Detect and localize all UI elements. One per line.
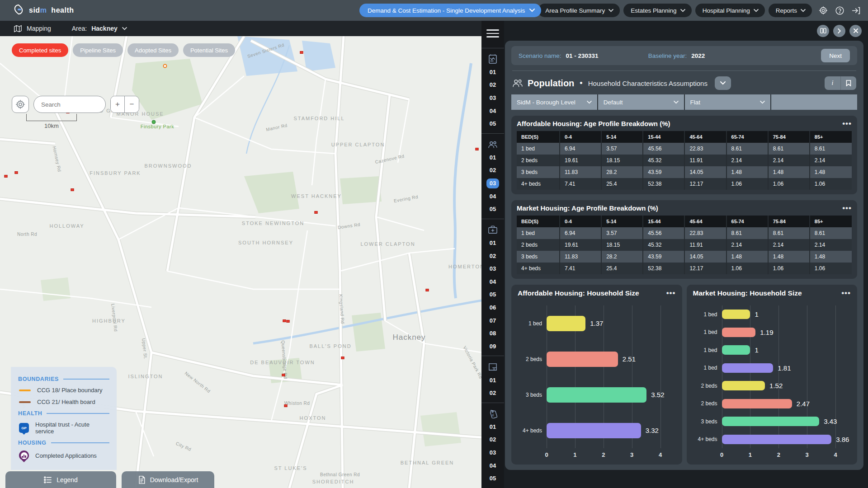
table-value-cell[interactable]: 2.14 [727,239,769,251]
bar[interactable] [547,423,641,438]
table-value-cell[interactable]: 3.57 [602,143,643,155]
table-value-cell[interactable]: 14.05 [685,251,726,263]
table-value-cell[interactable]: 2.14 [769,239,810,251]
table-value-cell[interactable]: 3.57 [602,227,643,239]
table-value-cell[interactable]: 14.05 [685,166,726,178]
top-menu-area-profile-summary[interactable]: Area Profile Summary [538,4,620,17]
estates-icon[interactable] [488,362,497,372]
assumption-select-default[interactable]: Default [597,94,684,110]
chart-menu-button[interactable]: ••• [841,291,851,296]
population-icon[interactable] [488,140,498,150]
rail-item-1-04[interactable]: 04 [486,106,499,116]
primary-module-dropdown[interactable]: Demand & Cost Estimation - Single Develo… [359,4,541,17]
bar[interactable] [722,328,756,337]
table-value-cell[interactable]: 22.83 [685,227,726,239]
rail-item-3-08[interactable]: 08 [486,328,499,338]
rail-item-3-06[interactable]: 06 [486,303,499,313]
bar[interactable] [547,352,618,367]
rail-item-2-03[interactable]: 03 [486,178,499,188]
top-menu-hospital-planning[interactable]: Hospital Planning [695,4,765,17]
table-value-cell[interactable]: 8.61 [810,143,852,155]
site-marker[interactable] [15,171,18,174]
table-value-cell[interactable]: 6.94 [560,143,602,155]
site-marker[interactable] [163,64,167,68]
table-value-cell[interactable]: 28.2 [602,166,643,178]
logout-icon[interactable] [851,5,861,15]
table-value-cell[interactable]: 22.83 [685,143,726,155]
assumption-select-sidm-borough-level[interactable]: SidM - Borough Level [511,94,597,110]
table-value-cell[interactable]: 18.15 [602,155,643,166]
table-value-cell[interactable]: 1.06 [769,263,810,274]
bar[interactable] [722,381,765,390]
table-value-cell[interactable]: 1.48 [810,166,852,178]
table-value-cell[interactable]: 45.56 [643,227,685,239]
chip-adopted-sites[interactable]: Adopted Sites [127,43,179,57]
section-collapse-button[interactable] [715,76,731,90]
bar[interactable] [722,435,832,444]
table-value-cell[interactable]: 6.94 [560,227,602,239]
close-icon[interactable] [849,25,862,37]
rail-item-1-05[interactable]: 05 [486,119,499,129]
site-marker[interactable] [152,120,156,124]
top-menu-estates-planning[interactable]: Estates Planning [623,4,691,17]
card-menu-button[interactable]: ••• [842,206,852,211]
table-value-cell[interactable]: 1.06 [810,178,852,190]
table-value-cell[interactable]: 52.38 [643,263,685,274]
map-settings-button[interactable] [12,96,29,113]
mapping-mode[interactable]: Mapping [14,25,51,33]
rail-item-4-01[interactable]: 01 [486,375,499,385]
site-marker[interactable] [426,289,429,291]
table-value-cell[interactable]: 11.91 [685,155,726,166]
table-value-cell[interactable]: 11.91 [685,239,726,251]
rail-item-2-04[interactable]: 04 [486,192,499,202]
table-value-cell[interactable]: 52.38 [643,178,685,190]
table-value-cell[interactable]: 45.56 [643,143,685,155]
rail-item-3-05[interactable]: 05 [486,290,499,300]
table-value-cell[interactable]: 8.61 [769,227,810,239]
table-value-cell[interactable]: 7.41 [560,178,602,190]
card-menu-button[interactable]: ••• [842,122,852,126]
table-value-cell[interactable]: 45.32 [643,155,685,166]
rail-item-5-04[interactable]: 04 [486,461,499,471]
rail-item-1-03[interactable]: 03 [486,93,499,103]
settings-icon[interactable] [818,5,828,15]
bookmark-icon[interactable] [840,76,856,90]
chip-completed-sites[interactable]: Completed sites [12,43,68,57]
table-value-cell[interactable]: 8.61 [727,143,769,155]
rail-item-1-01[interactable]: 01 [486,67,499,77]
table-value-cell[interactable]: 12.17 [685,263,726,274]
table-value-cell[interactable]: 43.59 [643,166,685,178]
site-marker[interactable] [283,319,286,322]
bar[interactable] [722,345,750,355]
rail-item-3-02[interactable]: 02 [486,251,499,261]
rail-item-2-02[interactable]: 02 [486,165,499,175]
rail-item-5-05[interactable]: 05 [486,474,499,483]
rail-item-1-02[interactable]: 02 [486,80,499,90]
rail-item-3-03[interactable]: 03 [486,264,499,274]
bar[interactable] [547,316,585,331]
cost-icon[interactable]: £ [489,409,497,419]
site-marker[interactable] [282,374,285,376]
site-marker[interactable] [300,51,303,54]
table-value-cell[interactable]: 1.48 [810,251,852,263]
table-value-cell[interactable]: 1.06 [727,263,769,274]
legend-toggle-button[interactable]: Legend [5,471,116,488]
health-icon[interactable] [488,225,498,235]
zoom-in-button[interactable]: + [111,96,125,113]
rail-item-5-03[interactable]: 03 [486,448,499,458]
table-value-cell[interactable]: 1.48 [769,166,810,178]
rail-item-3-04[interactable]: 04 [486,277,499,287]
table-value-cell[interactable]: 25.4 [602,178,643,190]
table-value-cell[interactable]: 45.32 [643,239,685,251]
table-value-cell[interactable]: 28.2 [602,251,643,263]
table-value-cell[interactable]: 8.61 [769,143,810,155]
table-value-cell[interactable]: 12.17 [685,178,726,190]
menu-icon[interactable] [486,27,499,40]
site-marker[interactable] [476,148,479,150]
table-value-cell[interactable]: 2.14 [769,155,810,166]
chip-pipeline-sites[interactable]: Pipeline Sites [73,43,123,57]
site-marker[interactable] [71,188,74,191]
area-selector[interactable]: Area: Hackney [72,25,127,32]
site-marker[interactable] [284,404,288,407]
table-value-cell[interactable]: 43.59 [643,251,685,263]
